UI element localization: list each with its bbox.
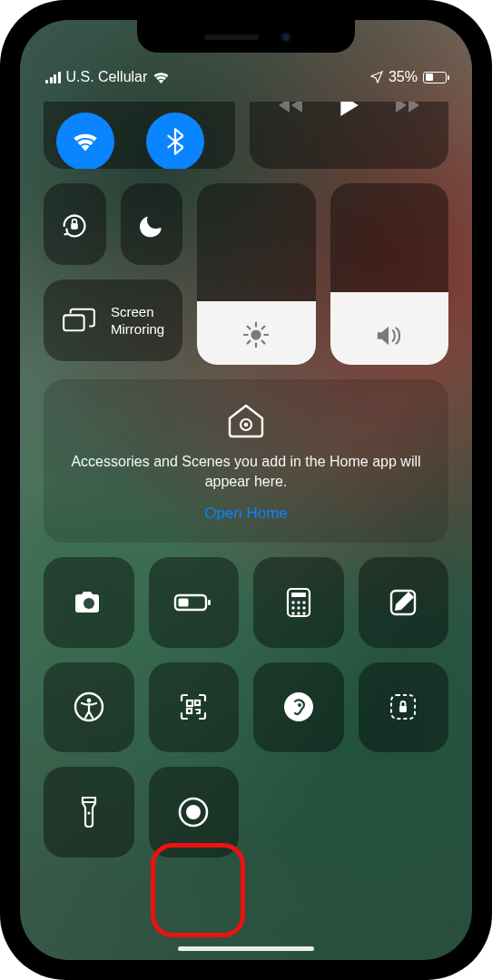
volume-icon	[375, 323, 404, 348]
home-panel[interactable]: Accessories and Scenes you add in the Ho…	[44, 379, 448, 543]
home-message: Accessories and Scenes you add in the Ho…	[65, 452, 427, 492]
brightness-icon	[242, 321, 270, 348]
svg-rect-23	[187, 701, 192, 706]
forward-icon[interactable]	[394, 102, 421, 114]
qr-code-button[interactable]	[149, 662, 240, 753]
location-icon	[370, 71, 383, 83]
svg-point-12	[297, 601, 300, 603]
svg-point-19	[302, 612, 305, 614]
hearing-button[interactable]	[253, 662, 344, 753]
low-power-mode-button[interactable]	[149, 557, 240, 648]
calculator-button[interactable]	[253, 557, 344, 648]
svg-point-26	[284, 692, 313, 721]
accessibility-button[interactable]	[44, 662, 134, 753]
bluetooth-toggle[interactable]	[146, 113, 204, 169]
orientation-lock-toggle[interactable]	[44, 183, 106, 265]
notch	[137, 20, 355, 53]
svg-rect-25	[187, 709, 192, 713]
svg-point-17	[291, 612, 294, 614]
guided-access-button[interactable]	[359, 662, 449, 753]
battery-icon	[423, 72, 447, 83]
svg-point-16	[302, 606, 305, 609]
svg-point-18	[297, 612, 300, 614]
connectivity-group[interactable]	[44, 102, 235, 169]
svg-rect-1	[64, 315, 84, 330]
svg-point-2	[251, 329, 261, 339]
svg-point-11	[291, 601, 294, 603]
svg-point-14	[291, 606, 294, 609]
svg-rect-0	[71, 223, 78, 230]
play-icon[interactable]	[338, 102, 359, 117]
battery-percent: 35%	[389, 69, 418, 85]
wifi-toggle[interactable]	[56, 113, 114, 169]
screen-mirroring-icon	[62, 307, 96, 334]
open-home-link[interactable]: Open Home	[204, 505, 288, 523]
flashlight-button[interactable]	[44, 767, 134, 858]
svg-rect-10	[291, 593, 306, 597]
camera-button[interactable]	[44, 557, 134, 648]
svg-rect-7	[179, 598, 189, 606]
svg-point-32	[186, 805, 201, 819]
svg-point-13	[302, 601, 305, 603]
svg-point-27	[298, 703, 301, 707]
do-not-disturb-toggle[interactable]	[121, 183, 183, 265]
volume-slider[interactable]	[330, 183, 448, 365]
screen-mirroring-label-2: Mirroring	[111, 320, 164, 338]
home-icon	[226, 403, 266, 439]
screen-mirroring-button[interactable]: Screen Mirroring	[44, 279, 182, 361]
notes-button[interactable]	[359, 557, 449, 648]
screen-mirroring-label-1: Screen	[111, 303, 164, 320]
svg-point-15	[297, 606, 300, 609]
brightness-slider[interactable]	[197, 183, 315, 365]
carrier-label: U.S. Cellular	[66, 69, 148, 85]
rewind-icon[interactable]	[277, 102, 304, 114]
wifi-icon	[153, 71, 170, 84]
svg-point-5	[84, 598, 94, 609]
media-controls-group[interactable]	[250, 102, 448, 169]
svg-rect-24	[195, 701, 200, 705]
screen-recording-button[interactable]	[149, 767, 240, 858]
svg-rect-8	[208, 600, 211, 605]
cellular-signal-icon	[45, 72, 61, 83]
home-indicator[interactable]	[178, 946, 314, 951]
svg-rect-29	[399, 706, 407, 712]
svg-point-4	[244, 423, 249, 427]
svg-point-30	[87, 811, 90, 814]
svg-point-22	[86, 699, 91, 703]
